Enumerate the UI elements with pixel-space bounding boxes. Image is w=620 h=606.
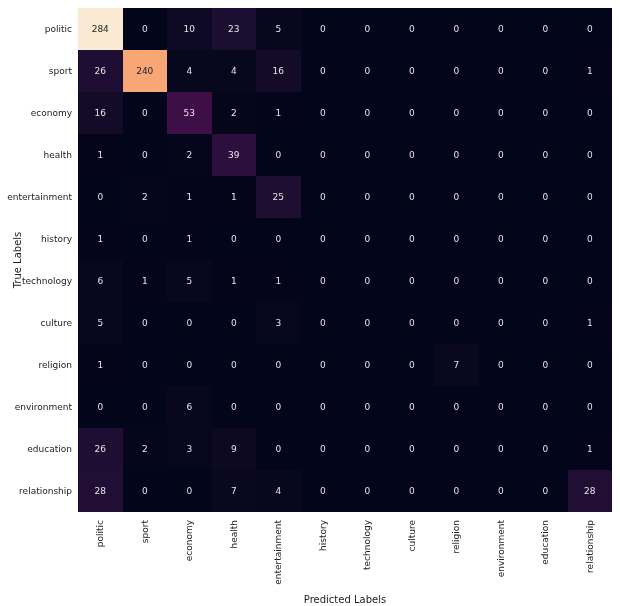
heatmap-cell: 0 [123,134,168,176]
heatmap-cell: 0 [390,50,435,92]
heatmap-cell: 0 [345,8,390,50]
heatmap-cell: 1 [123,260,168,302]
heatmap-cell: 1 [167,218,212,260]
heatmap-cell: 0 [256,428,301,470]
heatmap-cell: 0 [479,134,524,176]
heatmap-cell: 0 [479,428,524,470]
heatmap-cell: 0 [479,92,524,134]
heatmap-cell: 3 [256,302,301,344]
heatmap-cell: 0 [301,8,346,50]
heatmap-cell: 0 [523,8,568,50]
heatmap-cell: 0 [479,8,524,50]
heatmap-cell: 0 [167,344,212,386]
heatmap-cell: 16 [256,50,301,92]
heatmap-cell: 39 [212,134,257,176]
x-tick-label: health [229,520,239,549]
heatmap-cell: 0 [390,176,435,218]
heatmap-cell: 5 [167,260,212,302]
heatmap-cell: 28 [568,470,613,512]
heatmap-cell: 0 [78,386,123,428]
heatmap-cell: 0 [167,470,212,512]
y-axis-label: True Labels [12,232,23,289]
heatmap-cell: 0 [123,344,168,386]
heatmap-cell: 0 [479,218,524,260]
x-tick-label: culture [407,520,417,551]
heatmap-cell: 3 [167,428,212,470]
heatmap-cell: 0 [390,386,435,428]
heatmap-cell: 0 [523,218,568,260]
heatmap-cell: 0 [390,428,435,470]
heatmap-cell: 0 [568,8,613,50]
heatmap-cell: 0 [479,386,524,428]
y-tick-label: environment [15,402,72,412]
heatmap-cell: 0 [523,470,568,512]
heatmap-cell: 0 [479,260,524,302]
heatmap-cell: 0 [523,302,568,344]
heatmap-cell: 0 [523,50,568,92]
x-tick-label: education [540,520,550,565]
heatmap-cell: 0 [390,8,435,50]
heatmap-cell: 0 [568,218,613,260]
y-tick-label: politic [45,24,72,34]
y-tick-label: culture [41,318,72,328]
heatmap-cell: 0 [390,134,435,176]
chart-frame: { "axes": { "xlabel": "Predicted Labels"… [0,0,620,606]
heatmap-cell: 1 [256,260,301,302]
heatmap-cell: 0 [345,302,390,344]
heatmap-cell: 1 [568,302,613,344]
heatmap-cell: 0 [212,344,257,386]
heatmap-cell: 6 [78,260,123,302]
heatmap-cell: 0 [301,386,346,428]
heatmap-cell: 28 [78,470,123,512]
heatmap-cell: 0 [301,302,346,344]
heatmap-cell: 1 [568,50,613,92]
heatmap-cell: 0 [345,470,390,512]
heatmap-cell: 0 [301,428,346,470]
x-tick-label: entertainment [273,520,283,585]
x-tick-label: religion [451,520,461,553]
heatmap-cell: 0 [301,470,346,512]
heatmap-grid: 2840102350000000262404416000000116053210… [78,8,612,512]
x-tick-label: environment [496,520,506,577]
heatmap-cell: 0 [434,470,479,512]
heatmap-cell: 0 [479,176,524,218]
heatmap-cell: 0 [568,260,613,302]
y-tick-label: technology [22,276,72,286]
heatmap-cell: 7 [434,344,479,386]
heatmap-cell: 0 [523,134,568,176]
heatmap-cell: 0 [523,386,568,428]
heatmap-cell: 0 [390,218,435,260]
heatmap-cell: 0 [301,134,346,176]
heatmap-cell: 0 [212,302,257,344]
heatmap-cell: 0 [434,428,479,470]
heatmap-cell: 2 [123,176,168,218]
heatmap-cell: 1 [78,218,123,260]
heatmap-cell: 0 [523,260,568,302]
heatmap-cell: 0 [568,386,613,428]
heatmap-cell: 1 [256,92,301,134]
heatmap-cell: 1 [167,176,212,218]
heatmap-cell: 4 [212,50,257,92]
heatmap-cell: 0 [434,302,479,344]
heatmap-cell: 0 [568,134,613,176]
heatmap-cell: 0 [434,218,479,260]
heatmap-cell: 0 [434,134,479,176]
heatmap-cell: 1 [78,134,123,176]
heatmap-cell: 1 [212,176,257,218]
heatmap-cell: 0 [123,8,168,50]
x-tick-label: history [318,520,328,551]
heatmap-cell: 0 [123,218,168,260]
x-axis-label: Predicted Labels [304,594,386,605]
heatmap-cell: 5 [256,8,301,50]
heatmap-cell: 2 [123,428,168,470]
heatmap-cell: 0 [390,92,435,134]
heatmap-cell: 0 [345,218,390,260]
heatmap-cell: 0 [434,50,479,92]
heatmap-cell: 4 [256,470,301,512]
heatmap-cell: 0 [434,8,479,50]
heatmap-cell: 1 [78,344,123,386]
y-tick-label: education [27,444,72,454]
heatmap-cell: 0 [390,260,435,302]
heatmap-cell: 0 [256,386,301,428]
heatmap-plot-area: 2840102350000000262404416000000116053210… [78,8,612,512]
